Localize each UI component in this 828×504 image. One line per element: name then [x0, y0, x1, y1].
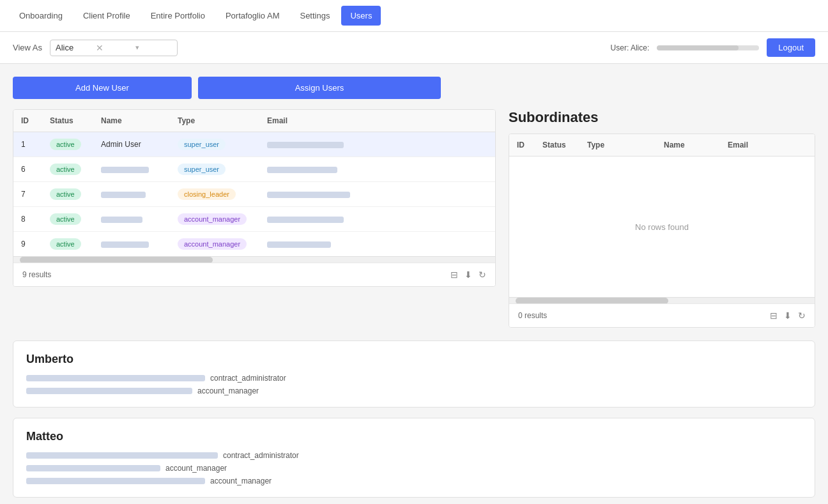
matteo-role1-blurred: [26, 452, 218, 459]
top-nav: Onboarding Client Profile Entire Portfol…: [0, 0, 828, 32]
view-as-select[interactable]: Alice ✕ ▾: [50, 40, 178, 56]
cell-type: account_manager: [170, 232, 259, 257]
sub-col-type: Type: [579, 134, 656, 157]
cell-email: [259, 157, 495, 182]
filter-icon[interactable]: ⊟: [450, 270, 458, 280]
table-scrollbar-h[interactable]: [13, 256, 495, 263]
users-table-wrapper: ID Status Name Type Email 1 activ: [13, 109, 496, 287]
subordinates-table-wrapper: ID Status Type Name Email No rows found: [509, 134, 815, 328]
matteo-role1-text: contract_administrator: [223, 451, 299, 460]
cell-name: [93, 207, 170, 232]
table-row[interactable]: 6 active super_user: [13, 157, 495, 182]
table-row[interactable]: 8 active account_manager: [13, 207, 495, 232]
view-as-bar: View As Alice ✕ ▾ User: Alice: Logout: [0, 32, 828, 64]
sub-col-status: Status: [535, 134, 579, 157]
umberto-role1-text: contract_administrator: [210, 374, 286, 383]
view-as-label: View As: [13, 43, 42, 52]
matteo-role3-blurred: [26, 478, 205, 484]
action-buttons: Add New User Assign Users: [13, 77, 815, 99]
umberto-role-row-2: account_manager: [26, 386, 802, 395]
assign-users-button[interactable]: Assign Users: [198, 77, 441, 99]
subordinates-title: Subordinates: [509, 109, 815, 126]
col-header-status: Status: [42, 110, 93, 132]
cell-type: super_user: [170, 157, 259, 182]
cell-type: super_user: [170, 132, 259, 157]
view-as-value: Alice: [56, 43, 92, 52]
chevron-down-icon[interactable]: ▾: [135, 43, 172, 52]
matteo-role-row-2: account_manager: [26, 464, 802, 473]
sub-table-footer: 0 results ⊟ ⬇ ↻: [509, 303, 815, 327]
sub-table-scrollbar-h[interactable]: [509, 297, 815, 303]
table-footer: 9 results ⊟ ⬇ ↻: [13, 263, 495, 286]
download-icon[interactable]: ⬇: [464, 270, 472, 280]
matteo-role2-text: account_manager: [165, 464, 227, 473]
matteo-panel: Matteo contract_administrator account_ma…: [13, 418, 815, 498]
sub-col-email: Email: [720, 134, 815, 157]
table-actions: ⊟ ⬇ ↻: [450, 270, 486, 280]
sub-download-icon[interactable]: ⬇: [784, 310, 792, 321]
clear-icon[interactable]: ✕: [96, 43, 132, 53]
tab-onboarding[interactable]: Onboarding: [10, 6, 72, 26]
tab-settings[interactable]: Settings: [291, 6, 339, 26]
cell-status: active: [42, 132, 93, 157]
tab-client-profile[interactable]: Client Profile: [74, 6, 139, 26]
cell-name: [93, 157, 170, 182]
umberto-role2-blurred: [26, 388, 192, 394]
umberto-title: Umberto: [26, 353, 802, 366]
refresh-icon[interactable]: ↻: [479, 270, 486, 280]
umberto-panel: Umberto contract_administrator account_m…: [13, 340, 815, 408]
user-progress-bar: [657, 45, 759, 50]
cell-id: 6: [13, 157, 42, 182]
cell-id: 8: [13, 207, 42, 232]
sub-results-count: 0 results: [518, 311, 547, 320]
tab-entire-portfolio[interactable]: Entire Portfolio: [142, 6, 214, 26]
sub-col-id: ID: [509, 134, 535, 157]
tab-users[interactable]: Users: [341, 6, 381, 26]
users-table: ID Status Name Type Email 1 activ: [13, 110, 495, 256]
matteo-role3-text: account_manager: [210, 477, 272, 485]
matteo-role2-blurred: [26, 465, 160, 471]
matteo-role-row-3: account_manager: [26, 477, 802, 485]
cell-status: active: [42, 207, 93, 232]
umberto-role-row-1: contract_administrator: [26, 374, 802, 383]
matteo-role-row-1: contract_administrator: [26, 451, 802, 460]
results-count: 9 results: [22, 270, 51, 279]
cell-id: 9: [13, 232, 42, 257]
col-header-id: ID: [13, 110, 42, 132]
cell-email: [259, 232, 495, 257]
user-info: User: Alice: Logout: [611, 38, 815, 57]
cell-type: closing_leader: [170, 182, 259, 207]
add-new-user-button[interactable]: Add New User: [13, 77, 192, 99]
cell-email: [259, 132, 495, 157]
logout-button[interactable]: Logout: [767, 38, 815, 57]
left-panel: ID Status Name Type Email 1 activ: [13, 109, 496, 328]
sub-filter-icon[interactable]: ⊟: [770, 310, 778, 321]
sub-panels: Umberto contract_administrator account_m…: [13, 340, 815, 498]
sub-col-name: Name: [656, 134, 720, 157]
matteo-title: Matteo: [26, 430, 802, 443]
table-row[interactable]: 9 active account_manager: [13, 232, 495, 257]
col-header-email: Email: [259, 110, 495, 132]
tab-portafoglio-am[interactable]: Portafoglio AM: [217, 6, 289, 26]
sub-refresh-icon[interactable]: ↻: [798, 310, 806, 321]
table-row[interactable]: 7 active closing_leader: [13, 182, 495, 207]
col-header-name: Name: [93, 110, 170, 132]
layout: ID Status Name Type Email 1 activ: [13, 109, 815, 328]
user-info-label: User: Alice:: [611, 43, 650, 52]
right-panel: Subordinates ID Status Type Name Email: [509, 109, 815, 328]
cell-id: 1: [13, 132, 42, 157]
table-row[interactable]: 1 active Admin User super_user: [13, 132, 495, 157]
main-content: Add New User Assign Users ID Status Name…: [0, 64, 828, 504]
subordinates-table: ID Status Type Name Email No rows found: [509, 134, 815, 297]
sub-table-actions: ⊟ ⬇ ↻: [770, 310, 806, 321]
cell-name: [93, 182, 170, 207]
cell-status: active: [42, 232, 93, 257]
cell-status: active: [42, 182, 93, 207]
cell-name: Admin User: [93, 132, 170, 157]
cell-email: [259, 207, 495, 232]
umberto-role2-text: account_manager: [197, 386, 259, 395]
col-header-type: Type: [170, 110, 259, 132]
cell-id: 7: [13, 182, 42, 207]
no-rows-message: No rows found: [517, 163, 807, 291]
cell-name: [93, 232, 170, 257]
